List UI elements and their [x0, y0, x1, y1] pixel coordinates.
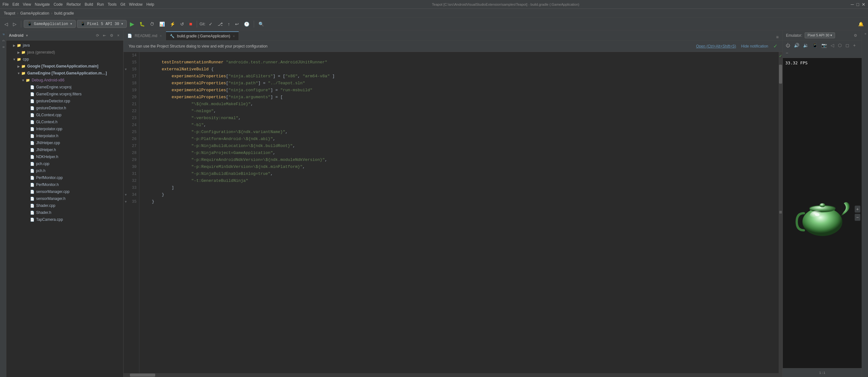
tree-item-gameengine[interactable]: ▼ 📁 GameEngine [Teapot.GameApplication.m…: [6, 70, 123, 77]
breadcrumb-file[interactable]: build.gradle: [54, 11, 74, 15]
menu-refactor[interactable]: Refactor: [66, 2, 81, 7]
screenshot-button[interactable]: 📷: [820, 42, 828, 49]
tree-item-interpolator-h[interactable]: 📄 Interpolator.h: [6, 132, 123, 139]
menu-view[interactable]: View: [23, 2, 31, 7]
code-content-area[interactable]: testInstrumentationRunner "androidx.test…: [140, 52, 779, 373]
forward-button[interactable]: ▷: [11, 20, 19, 28]
right-icon-1[interactable]: ≡: [862, 32, 868, 36]
tree-item-glcontext-cpp[interactable]: 📄 GLContext.cpp: [6, 112, 123, 119]
code-editor[interactable]: 14 15 ▼ 16 17 18 19 20 21 22 23 24 25 26…: [124, 52, 782, 373]
menu-file[interactable]: File: [3, 2, 8, 7]
tree-item-pch-cpp[interactable]: 📄 pch.cpp: [6, 160, 123, 167]
volume-down-button[interactable]: 🔉: [802, 42, 810, 49]
menu-code[interactable]: Code: [54, 2, 63, 7]
tree-item-ndkhelper-h[interactable]: 📄 NDKHelper.h: [6, 153, 123, 160]
recents-nav-button[interactable]: ◻: [844, 42, 851, 49]
emulator-device-selector[interactable]: Pixel 5 API 30 ▾: [805, 32, 835, 38]
panel-close-button[interactable]: ×: [116, 33, 121, 38]
tree-item-jnihelper-h[interactable]: 📄 JNIHelper.h: [6, 146, 123, 153]
tree-item-gameengine-filters[interactable]: 📄 GameEngine.vcxproj.filters: [6, 91, 123, 98]
window-controls[interactable]: ─ □ ✕: [851, 2, 865, 7]
horizontal-scrollbar[interactable]: [124, 373, 782, 377]
maximize-button[interactable]: □: [857, 2, 859, 7]
breadcrumb-gameapp[interactable]: GameApplication: [20, 11, 49, 15]
git-history-button[interactable]: 🕐: [242, 20, 251, 28]
menu-git[interactable]: Git: [120, 2, 125, 7]
profile-button[interactable]: ⏱: [148, 20, 156, 28]
hide-notification-button[interactable]: Hide notification: [741, 44, 768, 49]
tree-item-shader-h[interactable]: 📄 Shader.h: [6, 209, 123, 216]
zoom-in-side-button[interactable]: +: [855, 206, 860, 213]
git-branch-button[interactable]: ⎇: [216, 20, 225, 28]
vertical-scrollbar[interactable]: ✓ ≡: [779, 52, 782, 373]
debug-button[interactable]: 🐛: [137, 20, 147, 28]
zoom-out-side-button[interactable]: −: [855, 214, 860, 221]
readme-tab-close[interactable]: ×: [160, 34, 161, 38]
tree-item-interpolator-cpp[interactable]: 📄 Interpolator.cpp: [6, 125, 123, 132]
sync-files-button[interactable]: ⟳: [95, 33, 100, 38]
tree-item-cpp[interactable]: ▼ 📁 cpp: [6, 56, 123, 63]
menu-navigate[interactable]: Navigate: [35, 2, 50, 7]
tree-item-sensormanager-cpp[interactable]: 📄 sensorManager.cpp: [6, 188, 123, 195]
collapse-all-button[interactable]: ⇤: [102, 33, 107, 38]
rotate-button[interactable]: 📱: [811, 42, 819, 49]
tree-item-gesturedetector-h[interactable]: 📄 gestureDetector.h: [6, 104, 123, 112]
menu-help[interactable]: Help: [146, 2, 154, 7]
tree-item-gameengine-vcxproj[interactable]: 📄 GameEngine.vcxproj: [6, 84, 123, 91]
emulator-settings-button[interactable]: ⚙: [852, 33, 859, 38]
run-button[interactable]: ▶: [128, 19, 136, 29]
tree-item-java-generated[interactable]: ▶ 📁 java (generated): [6, 49, 123, 56]
tree-item-sensormanager-h[interactable]: 📄 sensorManager.h: [6, 195, 123, 202]
breadcrumb-teapot[interactable]: Teapot: [4, 11, 15, 15]
git-push-button[interactable]: ↑: [226, 20, 232, 28]
project-panel-dropdown[interactable]: ▾: [26, 33, 28, 38]
stop-button[interactable]: ■: [187, 20, 194, 28]
tree-item-google[interactable]: ▶ 📁 Google [Teapot.GameApplication.main]: [6, 63, 123, 70]
run-config-selector[interactable]: 📱 GameApplication ▾: [24, 20, 76, 28]
tree-item-perfmonitor-cpp[interactable]: 📄 PerfMonitor.cpp: [6, 174, 123, 181]
home-nav-button[interactable]: ⬡: [836, 42, 843, 49]
resource-manager-icon[interactable]: R: [0, 44, 6, 50]
apply-changes-button[interactable]: ⚡: [168, 20, 177, 28]
zoom-in-button[interactable]: +: [851, 42, 857, 49]
h-scrollbar-thumb[interactable]: [130, 374, 155, 377]
app-menus[interactable]: File Edit View Navigate Code Refactor Bu…: [3, 2, 154, 7]
minimize-button[interactable]: ─: [851, 2, 854, 7]
fold-icon-34[interactable]: ▼: [125, 193, 127, 197]
open-project-structure-link[interactable]: Open (Ctrl+Alt+Shift+S): [696, 44, 736, 49]
git-rollback-button[interactable]: ↩: [233, 20, 241, 28]
back-nav-button[interactable]: ◁: [829, 42, 836, 49]
tree-item-gesturedetector-cpp[interactable]: 📄 gestureDetector.cpp: [6, 98, 123, 104]
tree-item-tapcamera-cpp[interactable]: 📄 TapCamera.cpp: [6, 216, 123, 223]
notifications-button[interactable]: 🔔: [856, 20, 865, 28]
zoom-out-button[interactable]: −: [784, 50, 790, 56]
tree-item-jnihelper-cpp[interactable]: 📄 JNIHelper.cpp: [6, 139, 123, 146]
tree-item-shader-cpp[interactable]: 📄 Shader.cpp: [6, 202, 123, 209]
tree-item-pch-h[interactable]: 📄 pch.h: [6, 167, 123, 174]
git-update-button[interactable]: ✓: [207, 20, 214, 28]
tree-item-glcontext-h[interactable]: 📄 GLContext.h: [6, 119, 123, 125]
recent-files-button[interactable]: ≡: [775, 34, 780, 40]
device-selector[interactable]: 📱 Pixel 5 API 30 ▾: [77, 20, 127, 28]
fold-icon-35[interactable]: ▼: [125, 200, 127, 204]
tree-item-java[interactable]: ▶ 📁 java: [6, 42, 123, 49]
tree-item-debug-android[interactable]: ▼ 📁 Debug.Android-x86: [6, 77, 123, 84]
commit-icon[interactable]: C: [0, 38, 6, 44]
fold-icon-16[interactable]: ▼: [125, 68, 127, 71]
tab-build-gradle[interactable]: 🔧 build.gradle (:GameApplication) ×: [166, 31, 239, 40]
gradle-tab-close[interactable]: ×: [233, 34, 235, 38]
menu-window[interactable]: Window: [129, 2, 143, 7]
panel-settings-button[interactable]: ⚙: [108, 33, 115, 38]
close-button[interactable]: ✕: [862, 2, 865, 7]
coverage-button[interactable]: 📊: [157, 20, 167, 28]
search-button[interactable]: 🔍: [257, 20, 266, 28]
menu-build[interactable]: Build: [85, 2, 93, 7]
project-icon[interactable]: P: [0, 32, 6, 37]
restart-button[interactable]: ↺: [178, 20, 186, 28]
tab-readme[interactable]: 📄 README.md ×: [124, 31, 166, 40]
menu-edit[interactable]: Edit: [12, 2, 19, 7]
menu-tools[interactable]: Tools: [108, 2, 117, 7]
menu-run[interactable]: Run: [97, 2, 104, 7]
volume-up-button[interactable]: 🔊: [792, 42, 801, 49]
scrollbar-thumb[interactable]: [779, 65, 782, 84]
